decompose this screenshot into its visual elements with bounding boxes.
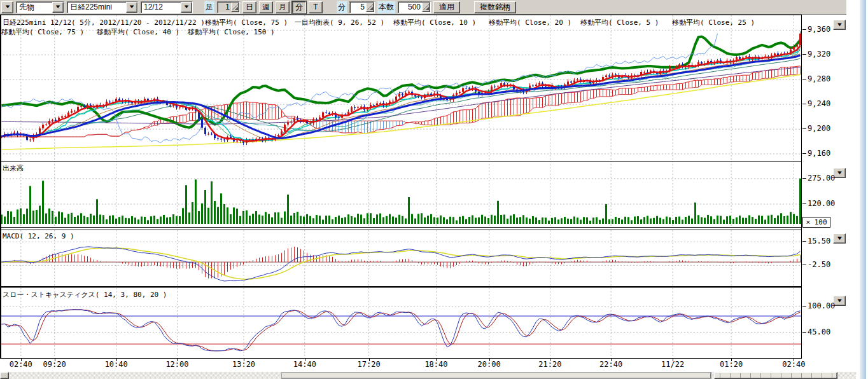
symbol-select[interactable]: 日経225mini ▼	[67, 1, 138, 13]
legend-item: 移動平均( Close, 150 )	[188, 27, 275, 37]
time-axis-tick	[305, 358, 305, 361]
horizontal-scrollbar[interactable]	[0, 372, 856, 379]
chevron-down-icon: ▼	[837, 236, 842, 241]
contract-month-select[interactable]: 12/12 ▼	[141, 1, 193, 13]
chevron-down-icon: ▼	[4, 4, 11, 10]
y-axis-label: 120.00	[802, 199, 835, 208]
y-axis-label: 100.00	[802, 301, 835, 310]
chart-left-border	[0, 15, 1, 358]
y-axis-label: 15.50	[802, 237, 830, 245]
quick-dropdown-button[interactable]: ▼	[1, 1, 13, 13]
y-axis-label: 45.00	[802, 327, 830, 336]
scrollbar-grip-segment[interactable]	[714, 372, 837, 379]
price-chart-canvas[interactable]	[0, 15, 802, 161]
spinner-icon[interactable]	[422, 3, 430, 12]
bar-count-label: 本数	[377, 1, 395, 13]
y-axis-label: 9,280	[802, 74, 830, 83]
time-axis-tick	[794, 358, 794, 361]
time-axis-tick	[673, 358, 673, 361]
time-axis-label: 22:40	[599, 360, 622, 369]
legend-item: 移動平均( Close, 25 )	[672, 18, 755, 27]
period-week-button[interactable]: 週	[259, 1, 273, 13]
apply-button[interactable]: 適用	[433, 1, 460, 13]
y-axis-label: 9,200	[802, 124, 830, 133]
time-axis-tick	[731, 358, 732, 361]
y-axis-label: 9,360	[802, 25, 830, 34]
time-axis-label: 21:20	[538, 360, 561, 369]
legend-item: 移動平均( Close, 40 )	[97, 27, 179, 37]
bar-type-label: 足	[204, 1, 214, 13]
spinner-icon[interactable]	[231, 3, 239, 12]
panel-border	[0, 161, 802, 162]
y-axis-label: 9,240	[802, 99, 830, 108]
contract-month-value: 12/12	[144, 3, 163, 11]
minute-value-stepper[interactable]: 5	[349, 1, 375, 13]
time-axis-tick	[55, 358, 55, 361]
window-edge-strip	[860, 0, 866, 379]
bar-interval-stepper[interactable]: 1	[217, 1, 240, 13]
price-panel-menu-button[interactable]: ▼	[833, 20, 846, 30]
scrollbar-left-button[interactable]	[0, 372, 9, 379]
time-axis-tick	[436, 358, 437, 361]
legend-row-2: 移動平均( Close, 75 ) 移動平均( Close, 40 ) 移動平均…	[0, 27, 799, 36]
legend-item: 移動平均( Close, 10 )	[393, 18, 476, 27]
macd-panel-menu-button[interactable]: ▼	[833, 233, 846, 244]
time-axis-tick	[116, 358, 117, 361]
macd-chart-canvas[interactable]	[0, 230, 802, 286]
panel-border	[0, 15, 802, 15]
time-axis-tick	[489, 358, 490, 361]
chevron-down-icon[interactable]: ▼	[181, 2, 192, 13]
time-axis-label: 18:40	[424, 360, 447, 369]
minute-label: 分	[337, 1, 347, 13]
legend-item: 移動平均( Close, 75 )	[1, 27, 84, 37]
time-axis-label: 02:40	[782, 360, 805, 369]
time-axis-tick	[244, 358, 244, 361]
y-axis-label: 9,320	[802, 50, 830, 59]
macd-panel-label: MACD( 12, 26, 9 )	[3, 232, 74, 240]
chevron-down-icon: ▼	[837, 170, 842, 176]
period-month-button[interactable]: 月	[276, 1, 290, 13]
symbol-value: 日経225mini	[70, 2, 112, 13]
volume-panel-label: 出来高	[3, 163, 24, 173]
toolbar: ▼ 先物 ▼ 日経225mini ▼ 12/12 ▼ 足 1 日 週 月 分 T…	[0, 0, 846, 15]
panel-border	[0, 230, 802, 230]
time-axis-label: 11/22	[661, 360, 684, 369]
y-axis-label: 275.00	[802, 174, 835, 183]
time-axis-label: 09:20	[43, 360, 66, 369]
chevron-down-icon: ▼	[837, 22, 842, 27]
legend-row-1: 日経225mini 12/12( 5分, 2012/11/20 - 2012/1…	[0, 18, 799, 26]
period-day-button[interactable]: 日	[242, 1, 256, 13]
panel-border	[0, 287, 802, 288]
time-axis-tick	[611, 358, 612, 361]
time-axis-tick	[369, 358, 370, 361]
time-axis-tick	[550, 358, 550, 361]
legend-item: 一目均衡表( 9, 26, 52 )	[295, 18, 384, 27]
time-axis-label: 12:00	[165, 360, 188, 369]
bar-count-stepper[interactable]: 500	[398, 1, 431, 13]
multi-symbol-button[interactable]: 複数銘柄	[474, 1, 516, 13]
instrument-type-select[interactable]: 先物 ▼	[16, 1, 64, 13]
bar-interval-value: 1	[218, 3, 231, 11]
time-axis-label: 01:20	[720, 360, 743, 369]
scrollbar-thumb[interactable]	[281, 372, 711, 379]
legend-item: 移動平均( Close, 5 )	[580, 18, 659, 27]
stoch-panel-label: スロー・ストキャスティクス( 14, 3, 80, 20 )	[3, 290, 167, 300]
chevron-down-icon[interactable]: ▼	[126, 2, 137, 13]
y-axis-label: -2.50	[802, 260, 830, 269]
chart-application-window: ▼ 先物 ▼ 日経225mini ▼ 12/12 ▼ 足 1 日 週 月 分 T…	[0, 0, 868, 379]
chevron-down-icon[interactable]: ▼	[52, 2, 64, 13]
time-axis-label: 17:20	[358, 360, 381, 369]
spinner-icon[interactable]	[366, 3, 374, 12]
minute-value: 5	[350, 3, 366, 11]
time-axis-label: 14:40	[293, 360, 316, 369]
period-tick-button[interactable]: T	[309, 1, 323, 13]
period-minute-button[interactable]: 分	[292, 1, 306, 13]
bar-count-value: 500	[398, 3, 422, 11]
panel-border	[0, 286, 802, 287]
panel-border	[0, 358, 802, 359]
legend-item: 日経225mini 12/12( 5分, 2012/11/20 - 2012/1…	[3, 18, 205, 27]
volume-chart-canvas[interactable]	[0, 161, 802, 227]
time-axis-label: 02:40	[10, 360, 32, 369]
legend-item: 移動平均( Close, 20 )	[489, 18, 571, 27]
time-axis-label: 20:00	[478, 360, 501, 369]
